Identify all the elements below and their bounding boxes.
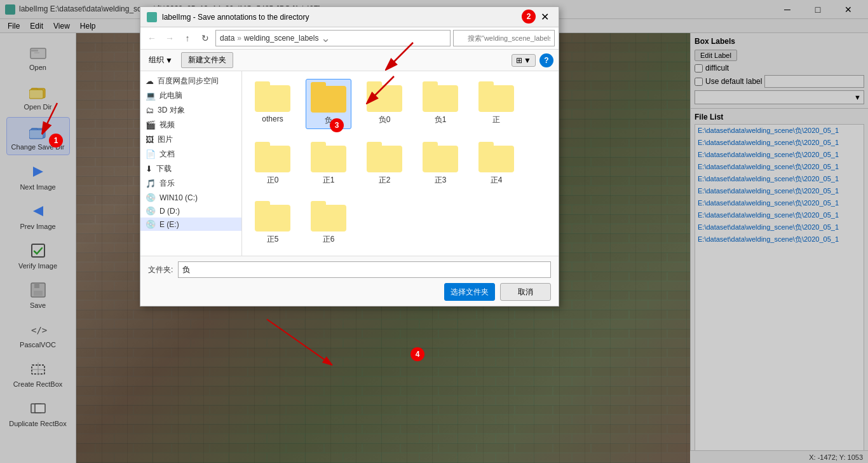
path-arrow-1: »: [237, 34, 241, 43]
nav-item-d-drive[interactable]: 💿D (D:): [140, 204, 241, 218]
folder-zheng5[interactable]: 正5: [250, 198, 295, 247]
nav-label: 视频: [159, 120, 175, 130]
nav-label: 音乐: [159, 178, 175, 189]
nav-item-downloads[interactable]: ⬇下载: [140, 162, 241, 176]
nav-item-this-pc[interactable]: 💻此电脑: [140, 88, 241, 103]
folder-body: [255, 85, 290, 112]
nav-item-baidu[interactable]: ☁百度网盘同步空间: [140, 74, 241, 88]
dialog-content: ☁百度网盘同步空间💻此电脑🗂3D 对象🎬视频🖼图片📄文档⬇下载🎵音乐💿WIN10…: [140, 71, 559, 256]
view-arrow: ▼: [524, 56, 531, 65]
folder-name-input[interactable]: [178, 261, 551, 278]
folder-fu[interactable]: 负: [306, 79, 351, 129]
folder-icon-others: [255, 81, 290, 112]
path-dropdown-icon: ⌄: [321, 31, 330, 45]
folder-fu0[interactable]: 负0: [362, 79, 407, 129]
left-nav: ☁百度网盘同步空间💻此电脑🗂3D 对象🎬视频🖼图片📄文档⬇下载🎵音乐💿WIN10…: [140, 71, 242, 256]
nav-label: WIN10 (C:): [159, 193, 198, 202]
cancel-button[interactable]: 取消: [500, 283, 551, 301]
folder-body: [311, 146, 346, 172]
folder-zheng6[interactable]: 正6: [306, 198, 351, 247]
folder-icon-zheng: [478, 81, 514, 112]
folder-label: 正0: [267, 175, 279, 186]
folder-label: 正2: [379, 175, 391, 186]
folder-body: [478, 85, 514, 112]
folder-zheng1[interactable]: 正1: [306, 139, 351, 188]
nav-item-3d-objects[interactable]: 🗂3D 对象: [140, 103, 241, 118]
nav-item-documents[interactable]: 📄文档: [140, 147, 241, 162]
dialog-close-button[interactable]: ✕: [537, 10, 552, 25]
address-path[interactable]: data » welding_scene_labels ⌄: [215, 30, 451, 46]
folder-name-row: 文件夹:: [148, 261, 551, 278]
folder-zheng2[interactable]: 正2: [362, 139, 407, 188]
path-data: data: [220, 34, 234, 43]
folder-label: 正4: [491, 175, 503, 186]
dialog-buttons: 选择文件夹 取消: [148, 283, 551, 301]
dialog-titlebar: labelImg - Save annotations to the direc…: [140, 7, 559, 27]
back-button[interactable]: ←: [144, 31, 159, 46]
select-folder-button[interactable]: 选择文件夹: [444, 283, 495, 301]
forward-button[interactable]: →: [162, 31, 177, 46]
address-bar: ← → ↑ ↻ data » welding_scene_labels ⌄ 🔍: [140, 27, 559, 50]
folder-body: [423, 146, 458, 172]
organize-label: 组织: [149, 55, 164, 66]
save-dialog: labelImg - Save annotations to the direc…: [140, 6, 559, 307]
nav-item-video[interactable]: 🎬视频: [140, 118, 241, 132]
dialog-bottom: 文件夹: 选择文件夹 取消: [140, 256, 559, 306]
folder-icon-fu1: [423, 81, 458, 112]
folder-label: 正6: [323, 234, 335, 245]
folder-label: 正5: [267, 234, 279, 245]
folder-fu1[interactable]: 负1: [417, 79, 463, 129]
folder-icon-zheng6: [311, 201, 346, 232]
nav-icon: 📄: [146, 149, 156, 159]
refresh-button[interactable]: ↻: [198, 31, 213, 46]
help-button[interactable]: ?: [539, 53, 553, 67]
dialog-overlay: labelImg - Save annotations to the direc…: [0, 0, 868, 463]
dialog-app-icon: [147, 12, 157, 22]
nav-label: D (D:): [159, 207, 180, 216]
nav-item-e-drive[interactable]: 💿E (E:): [140, 218, 241, 231]
nav-icon: 🎬: [146, 120, 156, 130]
nav-label: E (E:): [159, 220, 179, 229]
nav-item-pictures[interactable]: 🖼图片: [140, 132, 241, 147]
folder-body: [423, 85, 458, 112]
nav-item-music[interactable]: 🎵音乐: [140, 176, 241, 191]
annotation-4: 4: [410, 347, 424, 361]
folder-icon-zheng3: [423, 142, 458, 172]
new-folder-button[interactable]: 新建文件夹: [181, 52, 233, 68]
grid-icon: ⊞: [516, 56, 522, 65]
folder-icon-zheng0: [255, 142, 290, 172]
folder-others[interactable]: others: [250, 79, 295, 129]
folder-label: 负1: [435, 114, 447, 125]
nav-item-win10-c[interactable]: 💿WIN10 (C:): [140, 191, 241, 204]
dialog-toolbar: 组织 ▼ 新建文件夹 ⊞ ▼ ?: [140, 50, 559, 71]
search-input[interactable]: [453, 30, 555, 46]
folder-icon-zheng2: [367, 142, 402, 172]
nav-icon: 🗂: [146, 106, 154, 115]
folder-body: [255, 205, 290, 232]
path-welding: welding_scene_labels: [244, 34, 318, 43]
nav-icon: 💿: [146, 193, 156, 202]
folder-zheng[interactable]: 正: [473, 79, 519, 129]
nav-label: 文档: [159, 149, 175, 160]
folder-name-label: 文件夹:: [148, 265, 173, 275]
folder-body: [311, 86, 346, 113]
folder-zheng0[interactable]: 正0: [250, 139, 295, 188]
folder-zheng3[interactable]: 正3: [417, 139, 463, 188]
up-button[interactable]: ↑: [180, 31, 195, 46]
dialog-title: labelImg - Save annotations to the direc…: [162, 13, 537, 22]
folder-label: 正3: [435, 175, 447, 186]
nav-icon: 💻: [146, 91, 156, 100]
view-button[interactable]: ⊞ ▼: [512, 54, 536, 67]
folder-body: [367, 85, 402, 112]
folder-zheng4[interactable]: 正4: [473, 139, 519, 188]
annotation-2: 2: [522, 10, 536, 24]
search-wrapper: 🔍: [453, 30, 555, 46]
organize-dropdown[interactable]: 组织 ▼: [146, 53, 176, 67]
annotation-3: 3: [330, 118, 344, 132]
nav-icon: 🎵: [146, 179, 156, 188]
folder-label: 正1: [323, 175, 335, 186]
folder-body: [255, 146, 290, 172]
toolbar-right: ⊞ ▼ ?: [512, 53, 553, 67]
nav-label: 此电脑: [159, 90, 182, 101]
nav-icon: 💿: [146, 219, 156, 229]
